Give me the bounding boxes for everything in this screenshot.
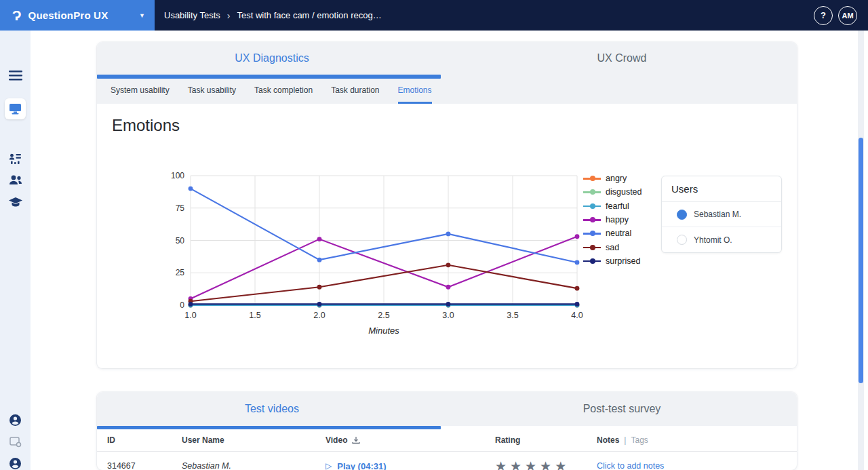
series-point-surprised <box>189 302 193 307</box>
x-axis-label: Minutes <box>368 326 399 336</box>
tab-post-test-survey[interactable]: Post-test survey <box>447 392 797 426</box>
scrollbar-thumb[interactable] <box>859 138 863 383</box>
legend-label: sad <box>606 243 619 252</box>
sidebar-item-device-settings[interactable] <box>0 436 31 448</box>
chart-legend: angrydisgustedfearfulhappyneutralsadsurp… <box>583 169 642 338</box>
active-tab-indicator <box>97 426 441 429</box>
vertical-scrollbar <box>858 31 864 470</box>
tab-test-videos[interactable]: Test videos <box>97 392 447 426</box>
brand-name: QuestionPro UX <box>28 9 108 21</box>
rating-stars[interactable]: ★★★★★ <box>495 459 570 470</box>
emotions-line-chart: 02550751001.01.52.02.53.03.54.0Minutes <box>159 169 583 338</box>
legend-item-happy[interactable]: happy <box>583 213 642 227</box>
legend-marker-icon <box>583 245 601 250</box>
series-point-happy <box>317 237 322 241</box>
legend-item-surprised[interactable]: surprised <box>583 254 642 268</box>
add-notes-link[interactable]: Click to add notes <box>597 461 664 470</box>
avatar[interactable]: AM <box>838 6 857 25</box>
svg-text:25: 25 <box>176 268 185 277</box>
legend-item-fearful[interactable]: fearful <box>583 199 642 213</box>
download-icon[interactable] <box>352 436 360 444</box>
videos-table-header: ID User Name Video Rating Notes | Tags <box>97 429 797 452</box>
series-point-neutral <box>189 187 193 191</box>
breadcrumb-current-test: Test with face cam / emotion recog… <box>237 10 382 20</box>
ux-diagnostics-card: UX Diagnostics UX Crowd System usability… <box>97 42 797 368</box>
left-sidebar <box>0 31 31 470</box>
cell-user-name: Sebastian M. <box>182 461 326 470</box>
users-panel-title: Users <box>662 176 781 202</box>
legend-marker-icon <box>583 231 601 236</box>
table-row: 314667Sebastian M.▷Play (04:31)★★★★★Clic… <box>97 452 797 470</box>
svg-text:50: 50 <box>176 236 185 246</box>
legend-label: happy <box>606 215 629 224</box>
user-row-sebastian-m-[interactable]: Sebastian M. <box>662 202 781 227</box>
user-hierarchy-icon <box>9 153 22 165</box>
svg-text:4.0: 4.0 <box>571 311 583 320</box>
radio-selected-icon[interactable] <box>677 210 687 220</box>
col-header-rating: Rating <box>495 435 597 445</box>
series-point-neutral <box>446 232 451 237</box>
series-point-happy <box>446 285 451 290</box>
radio-unselected-icon[interactable] <box>677 235 687 245</box>
sidebar-item-education[interactable] <box>0 197 31 208</box>
breadcrumb-usability-tests[interactable]: Usability Tests <box>164 10 220 20</box>
subtab-task-completion[interactable]: Task completion <box>254 79 313 104</box>
col-header-separator: | <box>624 435 626 445</box>
breadcrumb-separator-icon: › <box>227 10 231 21</box>
sidebar-item-participants[interactable] <box>0 175 31 185</box>
legend-item-neutral[interactable]: neutral <box>583 227 642 240</box>
test-videos-card: Test videos Post-test survey ID User Nam… <box>97 392 797 470</box>
page-title: Emotions <box>97 104 797 135</box>
subtab-task-duration[interactable]: Task duration <box>331 79 379 104</box>
sidebar-item-dashboard-active[interactable] <box>5 98 26 119</box>
user-name: Yhtomit O. <box>694 235 732 245</box>
legend-label: neutral <box>606 229 631 238</box>
top-bar: Ɂ QuestionPro UX ▼ Usability Tests › Tes… <box>0 0 868 31</box>
series-point-sad <box>446 262 451 267</box>
monitor-icon <box>9 103 22 115</box>
hamburger-menu-icon[interactable] <box>0 70 31 81</box>
col-header-notes: Notes <box>597 435 619 445</box>
svg-text:1.0: 1.0 <box>184 311 196 320</box>
user-row-yhtomit-o-[interactable]: Yhtomit O. <box>662 227 781 252</box>
cell-id: 314667 <box>107 461 182 470</box>
brand-menu[interactable]: Ɂ QuestionPro UX ▼ <box>0 0 155 31</box>
graduation-cap-icon <box>9 197 22 208</box>
subtab-emotions[interactable]: Emotions <box>398 79 432 104</box>
legend-label: fearful <box>606 201 629 211</box>
legend-marker-icon <box>583 217 601 222</box>
svg-text:1.5: 1.5 <box>249 311 260 320</box>
legend-marker-icon <box>583 176 601 181</box>
svg-text:2.0: 2.0 <box>313 311 325 320</box>
diagnostics-subtabs: System usabilityTask usabilityTask compl… <box>97 79 797 104</box>
svg-text:2.5: 2.5 <box>378 311 389 320</box>
tab-ux-diagnostics[interactable]: UX Diagnostics <box>97 42 447 75</box>
chevron-down-icon[interactable]: ▼ <box>139 12 145 19</box>
series-point-sad <box>317 285 322 290</box>
col-header-video: Video <box>326 435 495 445</box>
legend-label: surprised <box>606 256 640 266</box>
active-tab-indicator <box>97 75 441 79</box>
sidebar-item-profile[interactable] <box>0 458 31 469</box>
legend-item-angry[interactable]: angry <box>583 172 642 185</box>
sidebar-item-account[interactable] <box>0 414 31 426</box>
svg-text:0: 0 <box>180 300 184 310</box>
legend-item-sad[interactable]: sad <box>583 240 642 254</box>
svg-text:100: 100 <box>171 171 184 180</box>
series-point-neutral <box>575 260 580 265</box>
series-point-happy <box>575 234 580 239</box>
series-point-surprised <box>446 302 451 307</box>
help-button[interactable]: ? <box>814 6 833 25</box>
col-header-id: ID <box>107 435 182 445</box>
user-name: Sebastian M. <box>694 210 741 219</box>
legend-item-disgusted[interactable]: disgusted <box>583 185 642 199</box>
subtab-task-usability[interactable]: Task usability <box>188 79 236 104</box>
col-header-tags: Tags <box>631 435 648 445</box>
legend-marker-icon <box>583 258 601 264</box>
legend-marker-icon <box>583 203 601 209</box>
play-video-link[interactable]: ▷Play (04:31) <box>326 461 495 470</box>
tab-ux-crowd[interactable]: UX Crowd <box>447 42 797 75</box>
series-point-sad <box>575 286 580 291</box>
sidebar-item-user-flow[interactable] <box>0 153 31 165</box>
subtab-system-usability[interactable]: System usability <box>111 79 170 104</box>
